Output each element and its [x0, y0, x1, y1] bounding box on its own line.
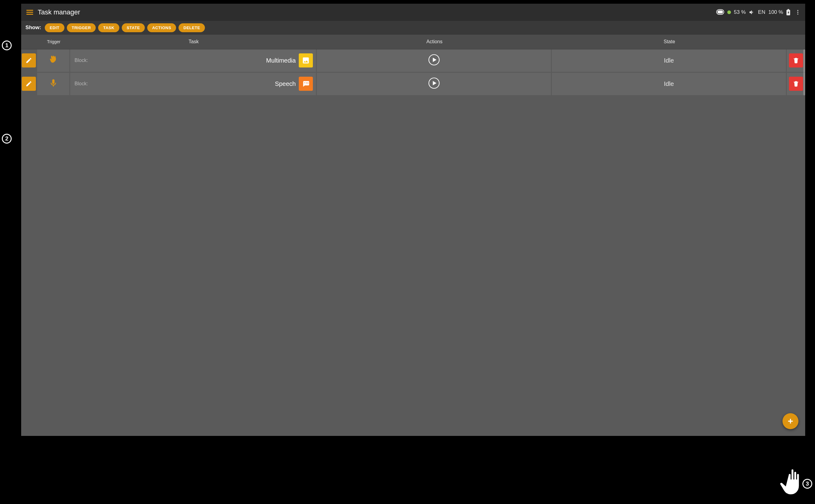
annotation-marker-1: 1 [2, 40, 12, 51]
cell-state: Idle [552, 73, 787, 95]
chat-icon [299, 77, 313, 91]
cell-actions [317, 73, 552, 95]
status-dot-icon [727, 10, 731, 14]
cell-task[interactable]: Block: Speech [70, 73, 317, 95]
header-edit [21, 35, 37, 49]
svg-point-12 [306, 83, 306, 84]
table-row: Block: Speech Idle [21, 73, 805, 96]
chip-edit[interactable]: EDIT [45, 23, 64, 32]
app-title: Task manager [38, 8, 80, 16]
image-icon [299, 53, 313, 67]
status-percent-1: 53 % [734, 9, 746, 15]
filter-label: Show: [25, 25, 41, 31]
hand-pointer-icon [779, 464, 807, 499]
task-name: Multimedia [266, 57, 296, 64]
task-prefix: Block: [75, 58, 88, 63]
table-row: Block: Multimedia Idle [21, 49, 805, 73]
status-language[interactable]: EN [758, 9, 765, 15]
stage: Task manager 53 % EN 100 % [0, 0, 815, 504]
svg-point-7 [797, 10, 798, 11]
status-percent-2: 100 % [768, 9, 783, 15]
cell-edit [21, 73, 37, 95]
microphone-icon [49, 79, 58, 89]
app-bar: Task manager 53 % EN 100 % [21, 4, 805, 21]
annotation-marker-2: 2 [2, 133, 12, 144]
filter-row: Show: EDIT TRIGGER TASK STATE ACTIONS DE… [21, 21, 805, 35]
table-body: Block: Multimedia Idle [21, 49, 805, 436]
svg-point-9 [797, 13, 798, 14]
svg-rect-4 [717, 10, 723, 13]
app-window: Task manager 53 % EN 100 % [21, 4, 805, 436]
status-area: 53 % EN 100 % [716, 9, 802, 16]
chip-state[interactable]: STATE [122, 23, 145, 32]
state-text: Idle [664, 57, 674, 64]
annotation-marker-3: 3 [802, 479, 813, 489]
task-name: Speech [275, 80, 296, 87]
cell-task[interactable]: Block: Multimedia [70, 49, 317, 72]
cell-edit [21, 49, 37, 72]
cell-delete [787, 73, 805, 95]
cell-state: Idle [552, 49, 787, 72]
add-task-fab[interactable] [782, 413, 798, 429]
battery-charging-icon [786, 9, 790, 16]
edit-button[interactable] [22, 77, 36, 91]
hamburger-menu-icon[interactable] [24, 6, 36, 18]
hand-icon [49, 55, 58, 66]
header-delete [787, 35, 805, 49]
play-button[interactable] [428, 54, 440, 67]
screen-icon [716, 9, 724, 15]
header-actions: Actions [317, 35, 552, 49]
svg-point-11 [304, 83, 305, 84]
table-header: Trigger Task Actions State [21, 35, 805, 49]
volume-icon[interactable] [749, 9, 755, 15]
delete-button[interactable] [789, 77, 803, 91]
cell-trigger[interactable] [37, 49, 70, 72]
cell-delete [787, 49, 805, 72]
chip-trigger[interactable]: TRIGGER [67, 23, 96, 32]
task-prefix: Block: [75, 81, 88, 87]
edit-button[interactable] [22, 53, 36, 67]
chip-actions[interactable]: ACTIONS [147, 23, 176, 32]
svg-rect-6 [788, 9, 789, 10]
play-button[interactable] [428, 77, 440, 90]
chip-delete[interactable]: DELETE [179, 23, 205, 32]
header-task: Task [70, 35, 317, 49]
scrollbar[interactable] [803, 49, 805, 95]
svg-point-13 [307, 83, 308, 84]
header-state: State [552, 35, 787, 49]
state-text: Idle [664, 80, 674, 87]
delete-button[interactable] [789, 53, 803, 67]
cell-trigger[interactable] [37, 73, 70, 95]
svg-point-8 [797, 12, 798, 13]
chip-task[interactable]: TASK [98, 23, 119, 32]
header-trigger: Trigger [37, 35, 70, 49]
cell-actions [317, 49, 552, 72]
overflow-menu-icon[interactable] [794, 9, 802, 15]
